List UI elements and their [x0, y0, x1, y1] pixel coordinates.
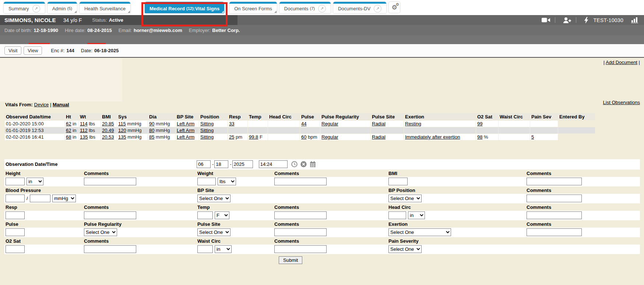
vitals-manual-link[interactable]: Manual: [53, 102, 69, 107]
exertion-comments-input[interactable]: [527, 228, 582, 236]
height-value-input[interactable]: [6, 178, 25, 185]
vitals-value-link[interactable]: 33: [229, 121, 234, 127]
bp-unit-select[interactable]: mmHg: [52, 195, 76, 202]
vitals-value-link[interactable]: 114: [80, 121, 88, 127]
vitals-value-link[interactable]: 60: [301, 134, 306, 140]
bp-systolic-input[interactable]: [6, 195, 25, 202]
tab-summary[interactable]: Summary ↗: [4, 2, 45, 13]
tab-documents-dv[interactable]: Documents-DV ↗: [333, 2, 386, 13]
exertion-select[interactable]: Select One: [388, 228, 451, 236]
waist-circ-value-input[interactable]: [197, 245, 213, 253]
vitals-value-link[interactable]: 112: [80, 128, 88, 133]
temp-unit-select[interactable]: F: [215, 211, 229, 219]
vitals-value-link[interactable]: 80: [149, 128, 154, 133]
temp-comments-input[interactable]: [274, 211, 327, 219]
temp-value-input[interactable]: [197, 211, 213, 219]
tab-suffix: :Vital Signs: [194, 6, 220, 11]
bp-site-select[interactable]: Select One: [197, 195, 230, 202]
vitals-value-link[interactable]: 62: [66, 121, 71, 127]
vitals-value-link[interactable]: Regular: [321, 134, 338, 140]
add-person-icon[interactable]: [563, 17, 571, 23]
tab-documents[interactable]: Documents (7) ↗: [279, 2, 331, 13]
vitals-value-link[interactable]: Left Arm: [177, 128, 194, 133]
vitals-device-link[interactable]: Device: [34, 102, 49, 107]
vitals-value-link[interactable]: Radial: [372, 121, 386, 127]
tab-admin[interactable]: Admin (5): [47, 2, 77, 13]
pulse-comments-input[interactable]: [274, 228, 327, 236]
pulse-regularity-select[interactable]: Select One: [84, 228, 117, 236]
popout-icon[interactable]: ↗: [318, 5, 326, 13]
weight-comments-input[interactable]: [274, 178, 327, 185]
vitals-value-link[interactable]: 115: [118, 121, 126, 127]
form-field-label: Waist Circ: [197, 238, 221, 244]
vitals-value-link[interactable]: 20.85: [102, 121, 114, 127]
waist-circ-unit-select[interactable]: in: [215, 245, 232, 253]
tab-medical-record-vital-signs[interactable]: Medical Record (12) :Vital Signs: [145, 2, 224, 13]
vitals-value-link[interactable]: 135: [80, 134, 88, 140]
bmi-comments-input[interactable]: [527, 178, 582, 185]
bmi-value-input[interactable]: [388, 178, 408, 185]
clear-date-icon[interactable]: [300, 161, 307, 167]
view-button[interactable]: View: [24, 46, 42, 55]
vitals-value-link[interactable]: Radial: [372, 134, 386, 140]
settings-button[interactable]: ⚙ ⚙: [389, 2, 400, 13]
vitals-value-link[interactable]: Left Arm: [177, 134, 194, 140]
vitals-value-link[interactable]: Sitting: [200, 134, 214, 140]
vitals-value-link[interactable]: 44: [301, 121, 306, 127]
vitals-value-link[interactable]: Sitting: [200, 128, 214, 133]
bp-position-select[interactable]: Select One: [388, 195, 422, 202]
head-circ-unit-select[interactable]: in: [408, 211, 425, 219]
vitals-value-link[interactable]: 98: [477, 134, 482, 140]
vitals-value-link[interactable]: 85: [149, 134, 154, 140]
visit-button[interactable]: Visit: [4, 46, 21, 55]
resp-input[interactable]: [6, 211, 25, 219]
vitals-value-link[interactable]: Left Arm: [177, 121, 194, 127]
vitals-value-link[interactable]: Sitting: [200, 121, 214, 127]
clock-icon[interactable]: [291, 161, 298, 167]
vitals-value-link[interactable]: 120: [118, 128, 126, 133]
weight-value-input[interactable]: [197, 178, 216, 185]
vitals-value-link[interactable]: 99: [477, 121, 482, 127]
vitals-value-link[interactable]: 20.53: [102, 134, 114, 140]
vitals-value-link[interactable]: 99.8: [249, 134, 258, 140]
head-circ-value-input[interactable]: [388, 211, 406, 219]
vitals-value-link[interactable]: 135: [118, 134, 126, 140]
popout-icon[interactable]: ↗: [374, 5, 381, 13]
vitals-value-link[interactable]: 5: [531, 134, 534, 140]
tab-health-surveillance[interactable]: Health Surveillance: [80, 2, 130, 13]
obs-day-input[interactable]: [214, 160, 228, 168]
obs-year-input[interactable]: [232, 160, 253, 168]
vitals-value-link[interactable]: 90: [149, 121, 154, 127]
weight-unit-select[interactable]: lbs: [218, 178, 236, 185]
tab-on-screen-forms[interactable]: On Screen Forms: [229, 2, 277, 13]
list-observations-link[interactable]: List Observations: [603, 100, 640, 105]
add-document-link[interactable]: Add Document: [606, 60, 637, 65]
calendar-icon[interactable]: [310, 161, 316, 167]
vitals-value-link[interactable]: Regular: [321, 121, 338, 127]
pulse-input[interactable]: [6, 228, 25, 236]
o2-sat-input[interactable]: [6, 245, 25, 253]
vitals-value-link[interactable]: 25: [229, 134, 234, 140]
resp-comments-input[interactable]: [84, 211, 136, 219]
vitals-value-link[interactable]: 68: [66, 134, 71, 140]
height-unit-select[interactable]: in: [27, 178, 43, 185]
lightning-bolt-icon[interactable]: [584, 17, 588, 24]
height-comments-input[interactable]: [84, 178, 136, 185]
popout-icon[interactable]: ↗: [32, 5, 40, 13]
bp-diastolic-input[interactable]: [30, 195, 50, 202]
bar-chart-icon[interactable]: [631, 17, 639, 23]
waist-circ-comments-input[interactable]: [274, 245, 327, 253]
o2-sat-comments-input[interactable]: [84, 245, 136, 253]
vitals-value-link[interactable]: 62: [66, 128, 71, 133]
video-camera-icon[interactable]: [542, 17, 550, 23]
head-circ-comments-input[interactable]: [527, 211, 582, 219]
pulse-site-select[interactable]: Select One: [197, 228, 230, 236]
obs-month-input[interactable]: [197, 160, 211, 168]
pain-severity-select[interactable]: Select One: [388, 245, 422, 253]
submit-button[interactable]: Submit: [279, 256, 302, 264]
obs-time-input[interactable]: [259, 160, 288, 168]
vitals-value-link[interactable]: Resting: [405, 121, 421, 127]
vitals-value-link[interactable]: Immediately after exertion: [405, 134, 460, 140]
vitals-value-link[interactable]: 20.49: [102, 128, 114, 133]
bp-comments-input[interactable]: [527, 195, 582, 202]
